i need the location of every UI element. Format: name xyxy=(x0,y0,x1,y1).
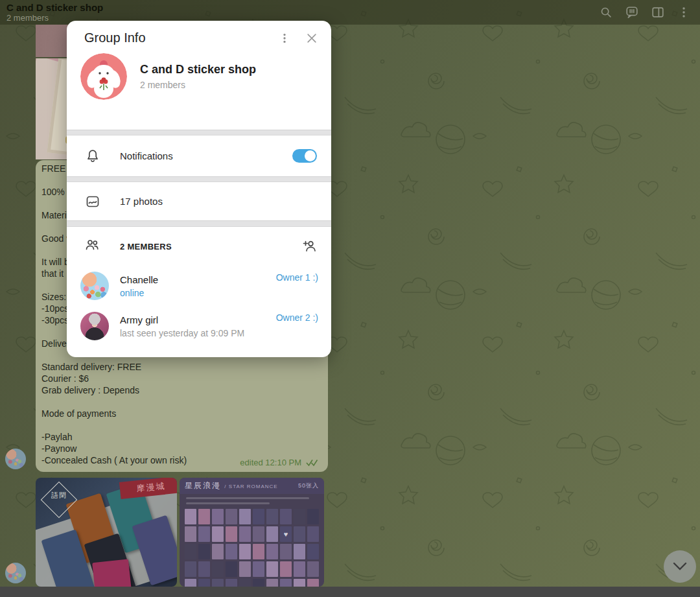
section-divider xyxy=(67,220,331,227)
photo-thumbnail xyxy=(294,561,305,577)
shared-photos-row[interactable]: 17 photos xyxy=(67,182,331,220)
photo-thumbnail xyxy=(226,544,237,559)
photo-thumbnail xyxy=(185,526,196,542)
sender-avatar[interactable] xyxy=(5,563,26,583)
photo-thumbnail xyxy=(198,561,210,577)
photo-thumbnail xyxy=(294,509,305,524)
photo-thumbnail xyxy=(239,526,251,542)
photo-icon xyxy=(85,194,100,209)
member-row-chanelle[interactable]: Chanelle online Owner 1 :) xyxy=(67,266,331,306)
photo-thumbnail xyxy=(185,509,196,524)
photo-thumbnail xyxy=(226,509,237,524)
comments-bubble-icon[interactable] xyxy=(625,5,639,19)
more-options-icon[interactable] xyxy=(278,32,291,45)
photo-thumbnail xyxy=(212,544,224,559)
photo-thumbnail xyxy=(266,544,278,559)
photo-thumbnail xyxy=(307,544,319,559)
add-person-icon xyxy=(302,239,318,254)
message-meta: edited 12:10 PM xyxy=(240,458,319,467)
photo-thumbnail xyxy=(226,561,237,577)
photo-count-label: 50张入 xyxy=(298,482,319,490)
photo-thumbnail xyxy=(253,509,264,524)
close-icon[interactable] xyxy=(305,32,318,45)
photo-thumbnail xyxy=(266,526,278,542)
photo-thumbnail xyxy=(212,579,224,587)
sticker-box xyxy=(92,559,135,587)
photo-thumbnail xyxy=(239,561,251,577)
photo-thumbnail xyxy=(185,579,196,587)
photo-caption-line xyxy=(186,497,309,499)
photo-thumbnail xyxy=(280,561,292,577)
group-name: C and D sticker shop xyxy=(140,63,256,76)
photo-thumbnail xyxy=(266,509,278,524)
photo-thumbnail-grid: ♥ xyxy=(185,509,319,587)
photo-thumbnail xyxy=(198,579,210,587)
photo-title: 星辰浪漫 / STAR ROMANCE xyxy=(185,480,278,491)
kebab-menu-icon[interactable] xyxy=(677,5,691,19)
photo-thumbnail xyxy=(226,526,237,542)
member-status: online xyxy=(120,288,158,298)
member-name: Army girl xyxy=(120,314,244,325)
notifications-row[interactable]: Notifications xyxy=(67,135,331,176)
photo-thumbnail xyxy=(280,509,292,524)
member-row-army-girl[interactable]: Army girl last seen yesterday at 9:09 PM… xyxy=(67,306,331,346)
photo-thumbnail xyxy=(185,544,196,559)
photo-thumbnail xyxy=(294,579,305,587)
members-icon xyxy=(84,237,100,255)
photo-thumbnail xyxy=(280,544,292,559)
section-divider xyxy=(67,176,331,182)
photo-thumbnail xyxy=(239,579,251,587)
photo-thumbnail xyxy=(307,509,319,524)
photo-thumbnail xyxy=(294,544,305,559)
photo-header: 星辰浪漫 / STAR ROMANCE 50张入 xyxy=(180,478,324,494)
photo-thumbnail xyxy=(253,544,264,559)
chat-photo-star-romance[interactable]: 星辰浪漫 / STAR ROMANCE 50张入 ♥ xyxy=(180,478,324,587)
photo-thumbnail xyxy=(212,509,224,524)
chat-title: C and D sticker shop xyxy=(6,2,103,13)
photo-thumbnail xyxy=(198,509,210,524)
photo-thumbnail xyxy=(307,579,319,587)
photo-thumbnail xyxy=(280,579,292,587)
member-avatar xyxy=(80,312,109,340)
photo-thumbnail xyxy=(239,544,251,559)
member-role-badge: Owner 2 :) xyxy=(276,312,318,323)
scroll-to-bottom-button[interactable] xyxy=(664,550,696,583)
member-name: Chanelle xyxy=(120,274,158,285)
members-count-header: 2 MEMBERS xyxy=(120,242,172,252)
photo-thumbnail xyxy=(307,526,319,542)
modal-title: Group Info xyxy=(84,30,146,45)
photo-thumbnail xyxy=(185,561,196,577)
photo-thumbnail xyxy=(307,561,319,577)
member-status: last seen yesterday at 9:09 PM xyxy=(120,328,244,338)
telegram-window: FREE M100% lMateriGood vIt will bthat it… xyxy=(0,0,700,597)
section-divider xyxy=(67,130,331,135)
sidebar-columns-icon[interactable] xyxy=(651,5,665,19)
chat-photo-sticker-boxes[interactable]: 摩漫城 語閑 xyxy=(36,478,177,587)
photo-caption-line xyxy=(186,502,270,504)
bell-icon xyxy=(85,148,100,164)
chevron-down-icon xyxy=(673,562,687,571)
chat-header-titles[interactable]: C and D sticker shop 2 members xyxy=(6,2,103,23)
photo-thumbnail xyxy=(294,526,305,542)
group-info-modal: Group Info xyxy=(67,21,331,357)
sender-avatar[interactable] xyxy=(5,449,26,469)
edited-timestamp: edited 12:10 PM xyxy=(240,458,301,467)
photo-thumbnail xyxy=(253,526,264,542)
photo-thumbnail xyxy=(253,579,264,587)
group-members-count: 2 members xyxy=(140,80,256,90)
photo-thumbnail xyxy=(266,561,278,577)
group-avatar[interactable] xyxy=(80,53,127,100)
photo-thumbnail xyxy=(212,526,224,542)
members-section: 2 MEMBERS Chanelle online Owner 1 :) xyxy=(67,227,331,357)
modal-top-section: Group Info xyxy=(67,21,331,130)
search-icon[interactable] xyxy=(599,5,613,19)
photo-thumbnail xyxy=(198,544,210,559)
notifications-label: Notifications xyxy=(120,150,173,161)
add-member-button[interactable] xyxy=(302,239,318,254)
photo-thumbnail: ♥ xyxy=(280,526,292,542)
photo-thumbnail xyxy=(198,526,210,542)
double-check-icon xyxy=(306,459,319,467)
bottom-bar-edge xyxy=(0,587,700,597)
notifications-toggle[interactable] xyxy=(292,149,317,163)
member-role-badge: Owner 1 :) xyxy=(276,272,318,283)
